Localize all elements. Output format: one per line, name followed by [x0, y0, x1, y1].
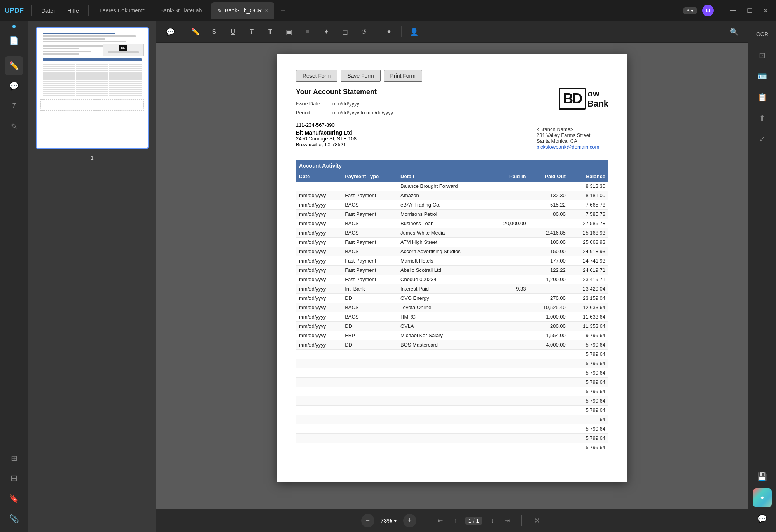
- upload-button[interactable]: ⬆: [753, 109, 772, 128]
- text-box-tool[interactable]: T: [262, 24, 278, 40]
- address-line2: Brownsville, TX 78521: [296, 142, 357, 147]
- sidebar-item-edit[interactable]: ✎: [5, 117, 23, 136]
- search-button[interactable]: 🔍: [726, 24, 742, 40]
- chat-button[interactable]: 💬: [753, 509, 772, 528]
- nav-first-button[interactable]: ⇤: [435, 515, 445, 526]
- ink-tool[interactable]: ✦: [318, 24, 334, 40]
- toolbar-sep1: [183, 26, 183, 37]
- thumbnail-1[interactable]: BD: [36, 27, 149, 149]
- text-edit-icon: T: [12, 103, 16, 110]
- comment-tool[interactable]: 💬: [163, 24, 178, 40]
- bank-logo: BD ow Bank: [559, 88, 608, 110]
- ocr-button[interactable]: OCR: [753, 25, 772, 44]
- sidebar-item-attach[interactable]: 📎: [5, 509, 23, 528]
- table-cell-paid_out: 280.00: [529, 321, 569, 331]
- minimize-button[interactable]: —: [727, 5, 739, 16]
- file-button[interactable]: 📋: [753, 88, 772, 107]
- table-cell-balance: 24,918.93: [569, 247, 608, 256]
- table-cell-type: Fast Payment: [342, 275, 397, 284]
- table-cell-type: BACS: [342, 228, 397, 237]
- address-line1: 2450 Courage St, STE 108: [296, 136, 357, 142]
- left-sidebar: 📄 ✏️ 💬 T ✎ ⊞ ⊟ 🔖 📎: [0, 21, 28, 532]
- menu-datei[interactable]: Datei: [37, 6, 59, 16]
- account-number: 111-234-567-890: [296, 122, 357, 128]
- tab-bank-ocr[interactable]: ✎ Bank-...b_OCR ✕: [211, 2, 274, 19]
- form-field-tool[interactable]: ▣: [281, 24, 297, 40]
- page-canvas[interactable]: Reset Form Save Form Print Form Your Acc…: [156, 43, 748, 509]
- save-form-button[interactable]: Save Form: [341, 70, 380, 82]
- user-tool[interactable]: 👤: [406, 24, 422, 40]
- table-cell-detail: Michael Kor Salary: [397, 331, 489, 340]
- zoom-out-button[interactable]: −: [361, 514, 374, 527]
- maximize-button[interactable]: ☐: [744, 5, 755, 16]
- zoom-in-button[interactable]: +: [403, 514, 416, 527]
- sidebar-item-pages[interactable]: ⊞: [5, 449, 23, 467]
- table-cell-date: mm/dd/yyyy: [296, 303, 342, 312]
- table-cell-type: DD: [342, 340, 397, 349]
- close-nav-button[interactable]: ✕: [531, 515, 543, 527]
- zoom-level-display[interactable]: 73% ▾: [381, 517, 397, 524]
- sidebar-item-comment[interactable]: 💬: [5, 77, 23, 95]
- reset-form-button[interactable]: Reset Form: [296, 70, 337, 82]
- sidebar-item-bookmark[interactable]: 🔖: [5, 489, 23, 508]
- check-button[interactable]: ✓: [753, 130, 772, 149]
- table-row: 5,799.64: [296, 433, 608, 443]
- shape-tool[interactable]: ↺: [356, 24, 371, 40]
- eraser-tool[interactable]: ◻: [337, 24, 353, 40]
- table-cell-paid_out: [529, 396, 569, 405]
- table-cell-date: mm/dd/yyyy: [296, 256, 342, 265]
- table-tool[interactable]: ≡: [300, 24, 315, 40]
- table-cell-type: [342, 359, 397, 368]
- tab-bank-st[interactable]: Bank-St...lateLab: [154, 2, 208, 19]
- nav-prev-button[interactable]: ↑: [451, 516, 459, 526]
- close-button[interactable]: ✕: [760, 5, 771, 16]
- table-cell-balance: 8,181.00: [569, 191, 608, 200]
- table-cell-type: BACS: [342, 312, 397, 321]
- branch-email[interactable]: bickslowbank@domain.com: [537, 144, 603, 150]
- table-row: mm/dd/yyyyBACSHMRC1,000.0011,633.64: [296, 312, 608, 321]
- tab-leeres-dokument[interactable]: Leeres Dokument*: [93, 2, 151, 19]
- save-button[interactable]: 💾: [753, 467, 772, 486]
- table-cell-paid_out: 132.30: [529, 191, 569, 200]
- table-cell-type: [342, 182, 397, 191]
- table-cell-date: mm/dd/yyyy: [296, 200, 342, 209]
- strikethrough-tool[interactable]: S: [206, 24, 222, 40]
- table-cell-balance: 5,799.64: [569, 387, 608, 396]
- table-cell-paid_out: 100.00: [529, 237, 569, 247]
- page-indicator: 1 / 1: [465, 517, 482, 525]
- nav-last-button[interactable]: ⇥: [502, 515, 512, 526]
- menu-hilfe[interactable]: Hilfe: [63, 6, 84, 16]
- ai-button[interactable]: ✦: [753, 488, 772, 507]
- shape-icon: ↺: [361, 28, 367, 36]
- table-cell-date: mm/dd/yyyy: [296, 247, 342, 256]
- table-cell-detail: Cheque 000234: [397, 275, 489, 284]
- underline-tool[interactable]: U: [225, 24, 241, 40]
- period-value: mm/dd/yyyy to mm/dd/yyyy: [332, 110, 393, 116]
- col-paid-out: Paid Out: [529, 171, 569, 182]
- highlight-tool[interactable]: ✏️: [188, 24, 203, 40]
- stamp-tool[interactable]: ✦: [381, 24, 397, 40]
- sidebar-item-document[interactable]: 📄: [5, 31, 23, 50]
- table-cell-detail: OVO Energy: [397, 293, 489, 303]
- id-button[interactable]: 🪪: [753, 67, 772, 86]
- tab-count[interactable]: 3 ▾: [683, 7, 697, 14]
- layers-icon: ⊟: [10, 473, 17, 483]
- table-cell-type: EBP: [342, 331, 397, 340]
- new-tab-button[interactable]: +: [278, 6, 288, 15]
- table-cell-detail: Morrisons Petrol: [397, 209, 489, 219]
- table-cell-detail: eBAY Trading Co.: [397, 200, 489, 209]
- scan-button[interactable]: ⊡: [753, 46, 772, 65]
- text-tool[interactable]: T: [244, 24, 259, 40]
- tab-close-button[interactable]: ✕: [265, 8, 268, 13]
- sidebar-item-layers[interactable]: ⊟: [5, 469, 23, 488]
- table-cell-paid_out: 80.00: [529, 209, 569, 219]
- print-form-button[interactable]: Print Form: [384, 70, 422, 82]
- sidebar-item-text[interactable]: T: [5, 97, 23, 116]
- user-avatar[interactable]: U: [702, 5, 714, 16]
- table-cell-paid_in: [489, 321, 529, 331]
- table-row: mm/dd/yyyyEBPMichael Kor Salary1,554.009…: [296, 331, 608, 340]
- tab-label: Leeres Dokument*: [100, 7, 145, 14]
- sidebar-item-highlight[interactable]: ✏️: [5, 56, 23, 75]
- table-cell-balance: 7,665.78: [569, 200, 608, 209]
- nav-next-button[interactable]: ↓: [488, 516, 496, 526]
